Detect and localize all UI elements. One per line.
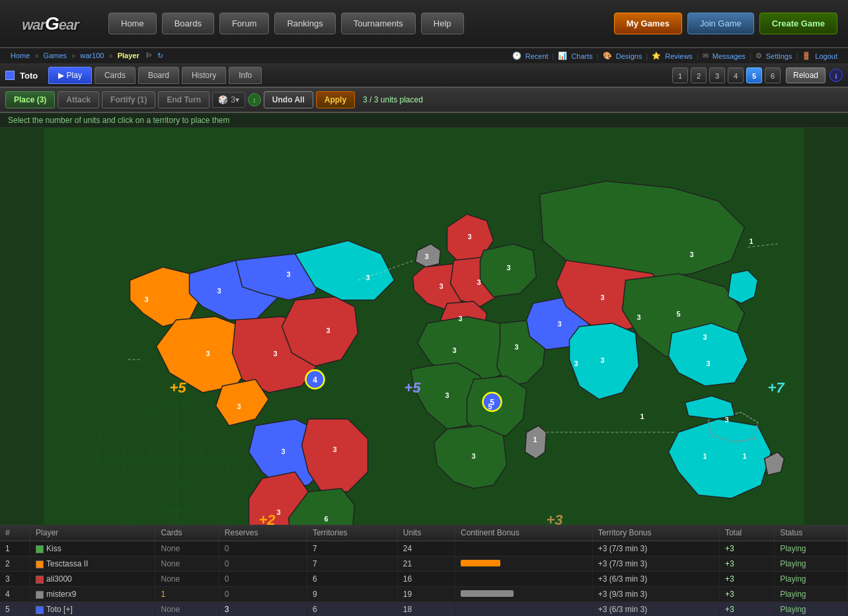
svg-text:3: 3 — [332, 445, 336, 453]
units-icon[interactable]: ↕ — [248, 93, 261, 106]
cell-cont-bonus — [455, 602, 593, 617]
attack-button[interactable]: Attack — [58, 91, 99, 108]
svg-text:3: 3 — [557, 320, 561, 328]
tl-sep4: | — [697, 52, 699, 60]
nav-rankings[interactable]: Rankings — [274, 13, 335, 34]
svg-text:4: 4 — [313, 375, 317, 385]
cell-territories: 7 — [307, 557, 397, 572]
svg-text:+3: +3 — [547, 512, 563, 525]
cell-cards: None — [155, 602, 219, 617]
num-btn-6[interactable]: 6 — [765, 67, 781, 83]
table-row: 3 ali3000 None 0 6 16 +3 (6/3 min 3) +3 … — [0, 572, 848, 587]
nav-my-games[interactable]: My Games — [614, 13, 682, 34]
chart-icon: 📊 — [558, 52, 567, 60]
num-btn-1[interactable]: 1 — [672, 67, 688, 83]
tl-sep5: | — [750, 52, 752, 60]
player-stats-table: # Player Cards Reserves Territories Unit… — [0, 525, 848, 616]
svg-text:+5: +5 — [170, 379, 187, 396]
cell-num: 4 — [0, 587, 30, 602]
stats-table-body: 1 Kiss None 0 7 24 +3 (7/3 min 3) +3 Pla… — [0, 541, 848, 617]
breadcrumb-games[interactable]: Games — [44, 52, 67, 59]
cell-num: 2 — [0, 557, 30, 572]
fortify-button[interactable]: Fortify (1) — [102, 91, 155, 108]
link-reviews[interactable]: Reviews — [665, 52, 693, 60]
action-bar: Place (3) Attack Fortify (1) End Turn 🎲 … — [0, 88, 848, 113]
cell-cont-bonus — [455, 557, 593, 572]
tab-play[interactable]: ▶ Play — [48, 67, 92, 84]
tab-cards[interactable]: Cards — [95, 67, 135, 84]
tab-board[interactable]: Board — [138, 67, 179, 84]
cell-territory-bonus: +3 (7/3 min 3) — [592, 557, 719, 572]
breadcrumb-current: Player — [118, 52, 139, 59]
svg-text:3: 3 — [366, 274, 369, 282]
cell-status: Playing — [775, 541, 848, 557]
link-logout[interactable]: Logout — [815, 52, 837, 60]
nav-help[interactable]: Help — [421, 13, 464, 34]
undo-all-button[interactable]: Undo All — [264, 91, 313, 108]
cell-cont-bonus — [455, 587, 593, 602]
cell-cards: None — [155, 557, 219, 572]
cell-reserves: 3 — [219, 602, 307, 617]
cell-territory-bonus: +3 (7/3 min 3) — [592, 541, 719, 557]
dice-selector[interactable]: 🎲 3▾ — [212, 92, 245, 108]
svg-text:1: 1 — [640, 412, 644, 420]
cell-status: Playing — [775, 557, 848, 572]
sep2: » — [71, 52, 77, 59]
nav-home[interactable]: Home — [108, 13, 157, 34]
num-btn-3[interactable]: 3 — [709, 67, 725, 83]
top-links: 🕐 Recent | 📊 Charts | 🎨 Designs | ⭐ Revi… — [512, 52, 837, 60]
play-icon: ▶ — [58, 71, 64, 80]
design-icon: 🎨 — [603, 52, 612, 60]
svg-text:3: 3 — [467, 233, 471, 241]
clock-icon: 🕐 — [512, 52, 521, 60]
placement-status: 3 / 3 units placed — [363, 95, 423, 104]
cell-territories: 9 — [307, 587, 397, 602]
svg-text:3: 3 — [217, 287, 221, 295]
stats-table-container: # Player Cards Reserves Territories Unit… — [0, 525, 848, 616]
breadcrumb-bar: Home » Games » war100 » Player 🏳 ↻ 🕐 Rec… — [0, 48, 848, 64]
game-map[interactable]: 3 3 3 3 3 3 3 3 4 3 3 3 6 3 3 3 3 3 3 3 … — [0, 128, 848, 525]
link-settings[interactable]: Settings — [766, 52, 792, 60]
info-button[interactable]: i — [829, 69, 843, 82]
link-recent[interactable]: Recent — [525, 52, 549, 60]
tab-info[interactable]: Info — [229, 67, 262, 84]
cell-num: 1 — [0, 541, 30, 557]
breadcrumb-game[interactable]: war100 — [80, 52, 104, 59]
map-container[interactable]: 3 3 3 3 3 3 3 3 4 3 3 3 6 3 3 3 3 3 3 3 … — [0, 128, 848, 525]
logo: warGear — [11, 5, 90, 42]
table-row: 5 Toto [+] None 3 6 18 +3 (6/3 min 3) +3… — [0, 602, 848, 617]
num-btn-5[interactable]: 5 — [746, 67, 762, 83]
cell-reserves: 0 — [219, 587, 307, 602]
link-charts[interactable]: Charts — [571, 52, 592, 60]
tab-history[interactable]: History — [182, 67, 226, 84]
nav-tournaments[interactable]: Tournaments — [341, 13, 416, 34]
nav-forum[interactable]: Forum — [219, 13, 270, 34]
svg-text:3: 3 — [445, 391, 449, 399]
breadcrumb-icon-refresh[interactable]: ↻ — [157, 52, 163, 59]
nav-create-game[interactable]: Create Game — [759, 13, 837, 34]
review-icon: ⭐ — [652, 52, 661, 60]
place-button[interactable]: Place (3) — [5, 91, 55, 108]
player-name-header: Toto — [20, 71, 38, 81]
breadcrumb-home[interactable]: Home — [11, 52, 30, 59]
top-navigation: warGear Home Boards Forum Rankings Tourn… — [0, 0, 848, 48]
svg-text:6: 6 — [324, 515, 328, 523]
link-messages[interactable]: Messages — [713, 52, 746, 60]
svg-text:3: 3 — [276, 508, 280, 516]
cell-player: ali3000 — [30, 572, 155, 587]
cell-territories: 6 — [307, 602, 397, 617]
reload-button[interactable]: Reload — [786, 67, 826, 83]
link-designs[interactable]: Designs — [616, 52, 642, 60]
svg-text:3: 3 — [600, 293, 604, 301]
tl-sep2: | — [597, 52, 599, 60]
col-header-player: Player — [30, 525, 155, 541]
nav-boards[interactable]: Boards — [162, 13, 214, 34]
cell-total: +3 — [719, 557, 774, 572]
num-btn-2[interactable]: 2 — [691, 67, 707, 83]
nav-join-game[interactable]: Join Game — [687, 13, 754, 34]
end-turn-button[interactable]: End Turn — [158, 91, 210, 108]
cell-total: +3 — [719, 602, 774, 617]
num-btn-4[interactable]: 4 — [728, 67, 744, 83]
apply-button[interactable]: Apply — [316, 91, 355, 108]
cell-units: 21 — [397, 557, 455, 572]
